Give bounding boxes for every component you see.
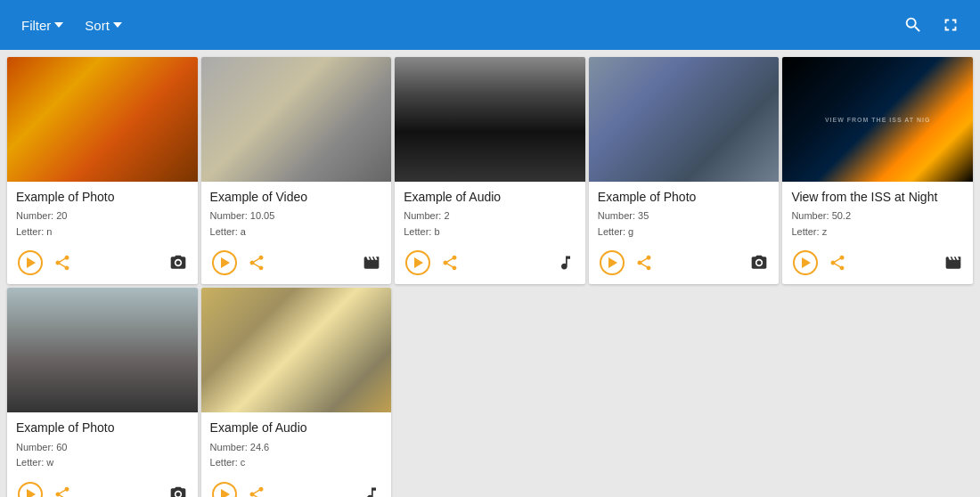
play-button[interactable] bbox=[16, 480, 45, 497]
card-image bbox=[201, 288, 392, 412]
play-triangle-icon bbox=[27, 257, 36, 268]
play-button[interactable] bbox=[598, 248, 626, 277]
card-body: View from the ISS at NightNumber: 50.2Le… bbox=[782, 182, 973, 245]
card-meta: Number: 2Letter: b bbox=[404, 208, 576, 240]
play-button[interactable] bbox=[210, 248, 239, 277]
card-actions bbox=[782, 245, 973, 284]
card-letter: Letter: g bbox=[598, 226, 633, 237]
card-video: Example of VideoNumber: 10.05Letter: a bbox=[201, 57, 392, 284]
card-photo: Example of PhotoNumber: 60Letter: w bbox=[7, 288, 198, 497]
share-button[interactable] bbox=[827, 252, 848, 273]
card-image bbox=[201, 57, 392, 182]
play-button[interactable] bbox=[404, 248, 432, 277]
type-icon-button[interactable] bbox=[167, 484, 189, 497]
card-body: Example of VideoNumber: 10.05Letter: a bbox=[201, 182, 392, 245]
card-actions bbox=[201, 245, 392, 284]
card-image bbox=[7, 57, 198, 182]
play-button[interactable] bbox=[210, 480, 239, 497]
card-title: View from the ISS at Night bbox=[791, 189, 964, 205]
search-icon bbox=[903, 15, 923, 35]
card-actions bbox=[395, 245, 585, 284]
card-letter: Letter: w bbox=[16, 457, 53, 468]
share-icon bbox=[53, 485, 71, 497]
share-button[interactable] bbox=[246, 252, 267, 273]
music-icon bbox=[557, 254, 575, 272]
fullscreen-button[interactable] bbox=[935, 10, 966, 40]
card-meta: Number: 24.6Letter: c bbox=[210, 440, 383, 471]
card-title: Example of Audio bbox=[210, 420, 383, 436]
card-meta: Number: 35Letter: g bbox=[598, 208, 771, 240]
play-circle bbox=[18, 250, 43, 275]
share-button[interactable] bbox=[633, 252, 655, 273]
card-audio: Example of AudioNumber: 2Letter: b bbox=[395, 57, 585, 284]
card-number: Number: 24.6 bbox=[210, 442, 270, 452]
play-triangle-icon bbox=[802, 257, 811, 268]
share-button[interactable] bbox=[439, 252, 461, 273]
card-letter: Letter: a bbox=[210, 226, 246, 237]
card-letter: Letter: c bbox=[210, 457, 246, 468]
search-button[interactable] bbox=[898, 10, 928, 40]
share-button[interactable] bbox=[52, 252, 73, 273]
share-icon bbox=[829, 254, 846, 272]
card-number: Number: 20 bbox=[16, 210, 67, 221]
card-number: Number: 35 bbox=[598, 210, 649, 221]
filter-chevron-icon bbox=[54, 22, 63, 28]
card-image bbox=[589, 57, 780, 182]
sort-button[interactable]: Sort bbox=[78, 12, 129, 38]
card-actions bbox=[589, 245, 780, 284]
play-triangle-icon bbox=[608, 257, 617, 268]
camera-icon bbox=[750, 254, 768, 272]
toolbar: Filter Sort bbox=[0, 0, 980, 50]
share-icon bbox=[53, 254, 71, 272]
play-triangle-icon bbox=[221, 489, 230, 497]
card-number: Number: 2 bbox=[404, 210, 449, 221]
type-icon-button[interactable] bbox=[167, 252, 189, 273]
card-title: Example of Audio bbox=[404, 189, 576, 205]
share-icon bbox=[248, 485, 265, 497]
card-title: Example of Photo bbox=[16, 420, 189, 436]
card-video: VIEW FROM THE ISS AT NIGView from the IS… bbox=[782, 57, 973, 284]
card-actions bbox=[7, 245, 198, 284]
type-icon-button[interactable] bbox=[361, 484, 382, 497]
camera-icon bbox=[169, 485, 187, 497]
card-number: Number: 60 bbox=[16, 442, 67, 452]
play-circle bbox=[212, 250, 237, 275]
card-image bbox=[395, 57, 585, 182]
card-body: Example of PhotoNumber: 35Letter: g bbox=[589, 182, 780, 245]
film-icon bbox=[363, 254, 380, 272]
card-title: Example of Video bbox=[210, 189, 383, 205]
card-actions bbox=[201, 477, 392, 497]
card-image bbox=[7, 288, 198, 412]
card-grid: Example of PhotoNumber: 20Letter: nExamp… bbox=[0, 50, 980, 497]
play-button[interactable] bbox=[16, 248, 45, 277]
card-body: Example of AudioNumber: 2Letter: b bbox=[395, 182, 585, 245]
play-button[interactable] bbox=[791, 248, 820, 277]
card-title: Example of Photo bbox=[598, 189, 771, 205]
share-button[interactable] bbox=[52, 484, 73, 497]
card-body: Example of PhotoNumber: 60Letter: w bbox=[7, 412, 198, 476]
filter-label: Filter bbox=[21, 18, 51, 33]
card-letter: Letter: n bbox=[16, 226, 52, 237]
music-icon bbox=[363, 485, 380, 497]
share-icon bbox=[441, 254, 459, 272]
share-icon bbox=[635, 254, 653, 272]
play-circle bbox=[18, 482, 43, 497]
sort-label: Sort bbox=[85, 18, 110, 33]
play-circle bbox=[212, 482, 237, 497]
share-icon bbox=[248, 254, 265, 272]
share-button[interactable] bbox=[246, 484, 267, 497]
filter-button[interactable]: Filter bbox=[14, 12, 70, 38]
play-circle bbox=[405, 250, 430, 275]
card-number: Number: 10.05 bbox=[210, 210, 275, 221]
play-triangle-icon bbox=[27, 489, 36, 497]
type-icon-button[interactable] bbox=[748, 252, 770, 273]
card-letter: Letter: b bbox=[404, 226, 439, 237]
play-circle bbox=[600, 250, 625, 275]
card-meta: Number: 10.05Letter: a bbox=[210, 208, 383, 240]
type-icon-button[interactable] bbox=[555, 252, 576, 273]
iss-overlay-text: VIEW FROM THE ISS AT NIG bbox=[825, 117, 931, 123]
card-number: Number: 50.2 bbox=[791, 210, 851, 221]
sort-chevron-icon bbox=[113, 22, 122, 28]
type-icon-button[interactable] bbox=[361, 252, 382, 273]
type-icon-button[interactable] bbox=[943, 252, 964, 273]
